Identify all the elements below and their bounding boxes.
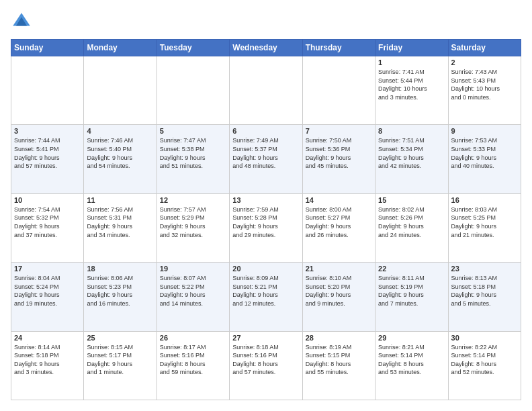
day-number: 7: [306, 127, 372, 135]
day-info: Sunrise: 8:09 AM Sunset: 5:21 PM Dayligh…: [232, 274, 299, 308]
day-number: 22: [378, 265, 445, 273]
day-number: 24: [14, 334, 81, 342]
day-number: 14: [306, 196, 372, 204]
day-number: 13: [232, 196, 299, 204]
day-header-thursday: Thursday: [302, 40, 375, 56]
day-number: 6: [232, 127, 299, 135]
day-info: Sunrise: 7:41 AM Sunset: 5:44 PM Dayligh…: [378, 68, 445, 101]
day-info: Sunrise: 7:44 AM Sunset: 5:41 PM Dayligh…: [14, 136, 81, 170]
calendar-cell: 23Sunrise: 8:13 AM Sunset: 5:18 PM Dayli…: [448, 263, 521, 331]
calendar-cell: [11, 56, 84, 125]
calendar-cell: 14Sunrise: 8:00 AM Sunset: 5:27 PM Dayli…: [302, 193, 375, 262]
day-number: 16: [451, 196, 518, 204]
day-info: Sunrise: 7:50 AM Sunset: 5:36 PM Dayligh…: [306, 136, 372, 170]
day-header-sunday: Sunday: [11, 40, 84, 56]
calendar-cell: 24Sunrise: 8:14 AM Sunset: 5:18 PM Dayli…: [11, 331, 84, 400]
day-number: 8: [378, 127, 445, 135]
day-info: Sunrise: 7:53 AM Sunset: 5:33 PM Dayligh…: [451, 136, 518, 170]
calendar-cell: 29Sunrise: 8:21 AM Sunset: 5:14 PM Dayli…: [375, 331, 448, 400]
calendar-cell: 26Sunrise: 8:17 AM Sunset: 5:16 PM Dayli…: [157, 331, 229, 400]
day-header-wednesday: Wednesday: [230, 40, 302, 56]
day-info: Sunrise: 8:22 AM Sunset: 5:14 PM Dayligh…: [451, 343, 518, 377]
calendar-cell: 13Sunrise: 7:59 AM Sunset: 5:28 PM Dayli…: [230, 193, 302, 262]
calendar-cell: [84, 56, 157, 125]
day-number: 4: [87, 127, 153, 135]
day-number: 18: [87, 265, 153, 273]
day-info: Sunrise: 8:18 AM Sunset: 5:16 PM Dayligh…: [232, 343, 299, 377]
calendar-cell: 21Sunrise: 8:10 AM Sunset: 5:20 PM Dayli…: [302, 263, 375, 331]
day-number: 5: [160, 127, 226, 135]
calendar-cell: 6Sunrise: 7:49 AM Sunset: 5:37 PM Daylig…: [230, 125, 302, 193]
calendar-cell: 19Sunrise: 8:07 AM Sunset: 5:22 PM Dayli…: [157, 263, 229, 331]
day-number: 21: [306, 265, 372, 273]
day-info: Sunrise: 8:11 AM Sunset: 5:19 PM Dayligh…: [378, 274, 445, 308]
day-info: Sunrise: 7:49 AM Sunset: 5:37 PM Dayligh…: [232, 136, 299, 170]
day-info: Sunrise: 7:59 AM Sunset: 5:28 PM Dayligh…: [232, 205, 299, 239]
day-number: 27: [232, 334, 299, 342]
day-info: Sunrise: 8:02 AM Sunset: 5:26 PM Dayligh…: [378, 205, 445, 239]
calendar-week-2: 3Sunrise: 7:44 AM Sunset: 5:41 PM Daylig…: [11, 125, 521, 193]
calendar-cell: [302, 56, 375, 125]
calendar-week-4: 17Sunrise: 8:04 AM Sunset: 5:24 PM Dayli…: [11, 263, 521, 331]
day-number: 19: [160, 265, 226, 273]
calendar-cell: 28Sunrise: 8:19 AM Sunset: 5:15 PM Dayli…: [302, 331, 375, 400]
day-info: Sunrise: 7:43 AM Sunset: 5:43 PM Dayligh…: [451, 68, 518, 101]
header: [11, 11, 521, 32]
day-info: Sunrise: 7:51 AM Sunset: 5:34 PM Dayligh…: [378, 136, 445, 170]
calendar-cell: 5Sunrise: 7:47 AM Sunset: 5:38 PM Daylig…: [157, 125, 229, 193]
calendar-cell: [230, 56, 302, 125]
day-number: 28: [306, 334, 372, 342]
day-info: Sunrise: 7:54 AM Sunset: 5:32 PM Dayligh…: [14, 205, 81, 239]
page: SundayMondayTuesdayWednesdayThursdayFrid…: [0, 0, 532, 411]
calendar-cell: 22Sunrise: 8:11 AM Sunset: 5:19 PM Dayli…: [375, 263, 448, 331]
day-header-saturday: Saturday: [448, 40, 521, 56]
calendar-cell: 10Sunrise: 7:54 AM Sunset: 5:32 PM Dayli…: [11, 193, 84, 262]
calendar-cell: 1Sunrise: 7:41 AM Sunset: 5:44 PM Daylig…: [375, 56, 448, 125]
calendar-cell: 18Sunrise: 8:06 AM Sunset: 5:23 PM Dayli…: [84, 263, 157, 331]
day-number: 3: [14, 127, 81, 135]
calendar: SundayMondayTuesdayWednesdayThursdayFrid…: [11, 39, 521, 400]
calendar-cell: 25Sunrise: 8:15 AM Sunset: 5:17 PM Dayli…: [84, 331, 157, 400]
day-number: 26: [160, 334, 226, 342]
calendar-cell: 27Sunrise: 8:18 AM Sunset: 5:16 PM Dayli…: [230, 331, 302, 400]
calendar-cell: 9Sunrise: 7:53 AM Sunset: 5:33 PM Daylig…: [448, 125, 521, 193]
calendar-cell: 17Sunrise: 8:04 AM Sunset: 5:24 PM Dayli…: [11, 263, 84, 331]
calendar-cell: 15Sunrise: 8:02 AM Sunset: 5:26 PM Dayli…: [375, 193, 448, 262]
day-info: Sunrise: 8:19 AM Sunset: 5:15 PM Dayligh…: [306, 343, 372, 377]
calendar-week-1: 1Sunrise: 7:41 AM Sunset: 5:44 PM Daylig…: [11, 56, 521, 125]
day-header-monday: Monday: [84, 40, 157, 56]
day-info: Sunrise: 8:14 AM Sunset: 5:18 PM Dayligh…: [14, 343, 81, 377]
day-number: 10: [14, 196, 81, 204]
day-info: Sunrise: 8:17 AM Sunset: 5:16 PM Dayligh…: [160, 343, 226, 377]
calendar-cell: 7Sunrise: 7:50 AM Sunset: 5:36 PM Daylig…: [302, 125, 375, 193]
day-info: Sunrise: 8:15 AM Sunset: 5:17 PM Dayligh…: [87, 343, 153, 377]
calendar-cell: [157, 56, 229, 125]
day-info: Sunrise: 8:03 AM Sunset: 5:25 PM Dayligh…: [451, 205, 518, 239]
calendar-cell: 16Sunrise: 8:03 AM Sunset: 5:25 PM Dayli…: [448, 193, 521, 262]
calendar-cell: 2Sunrise: 7:43 AM Sunset: 5:43 PM Daylig…: [448, 56, 521, 125]
calendar-header-row: SundayMondayTuesdayWednesdayThursdayFrid…: [11, 40, 521, 56]
calendar-cell: 30Sunrise: 8:22 AM Sunset: 5:14 PM Dayli…: [448, 331, 521, 400]
day-number: 29: [378, 334, 445, 342]
day-info: Sunrise: 8:06 AM Sunset: 5:23 PM Dayligh…: [87, 274, 153, 308]
day-number: 23: [451, 265, 518, 273]
day-info: Sunrise: 8:21 AM Sunset: 5:14 PM Dayligh…: [378, 343, 445, 377]
day-info: Sunrise: 7:56 AM Sunset: 5:31 PM Dayligh…: [87, 205, 153, 239]
day-info: Sunrise: 7:47 AM Sunset: 5:38 PM Dayligh…: [160, 136, 226, 170]
day-info: Sunrise: 7:46 AM Sunset: 5:40 PM Dayligh…: [87, 136, 153, 170]
calendar-cell: 11Sunrise: 7:56 AM Sunset: 5:31 PM Dayli…: [84, 193, 157, 262]
day-info: Sunrise: 8:04 AM Sunset: 5:24 PM Dayligh…: [14, 274, 81, 308]
day-number: 11: [87, 196, 153, 204]
day-number: 25: [87, 334, 153, 342]
day-number: 17: [14, 265, 81, 273]
day-number: 20: [232, 265, 299, 273]
calendar-cell: 8Sunrise: 7:51 AM Sunset: 5:34 PM Daylig…: [375, 125, 448, 193]
day-number: 1: [378, 58, 445, 66]
calendar-cell: 4Sunrise: 7:46 AM Sunset: 5:40 PM Daylig…: [84, 125, 157, 193]
calendar-cell: 12Sunrise: 7:57 AM Sunset: 5:29 PM Dayli…: [157, 193, 229, 262]
day-info: Sunrise: 7:57 AM Sunset: 5:29 PM Dayligh…: [160, 205, 226, 239]
day-header-friday: Friday: [375, 40, 448, 56]
logo: [11, 11, 35, 32]
day-info: Sunrise: 8:07 AM Sunset: 5:22 PM Dayligh…: [160, 274, 226, 308]
day-info: Sunrise: 8:00 AM Sunset: 5:27 PM Dayligh…: [306, 205, 372, 239]
